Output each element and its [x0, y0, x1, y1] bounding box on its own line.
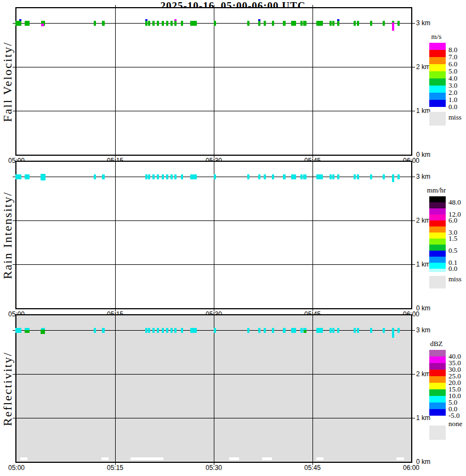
km-tick-label: 1 km [416, 260, 430, 268]
axis-tick [412, 23, 415, 24]
colorbar-cell [429, 263, 446, 269]
colorbar-cell [429, 57, 446, 64]
echo-mark [27, 330, 30, 333]
axis-tick [312, 312, 313, 314]
gridline-vertical [115, 8, 116, 155]
gridline-vertical [312, 315, 313, 462]
chart-canvas: 2025-10-16 05:00-06:00 UTC 3 km2 km1 km0… [0, 0, 466, 476]
echo-mark [383, 21, 385, 26]
echo-mark [337, 174, 339, 179]
colorbar-tick-label: 0.5 [448, 246, 457, 255]
colorbar-cell [429, 208, 446, 214]
axis-tick [412, 330, 415, 331]
echo-mark [392, 329, 394, 338]
echo-mark [264, 328, 266, 333]
echo-mark [258, 21, 260, 26]
echo-mark [357, 174, 359, 179]
km-tick-label: 2 km [416, 63, 430, 71]
colorbar-cell [429, 251, 446, 257]
echo-mark [94, 174, 96, 179]
echo-mark [19, 174, 21, 179]
colorbar-cell [429, 370, 446, 376]
echo-mark [174, 21, 177, 26]
colorbar-cell [429, 239, 446, 245]
echo-mark [316, 328, 323, 333]
echo-mark [283, 328, 286, 333]
colorbar-cell [429, 71, 446, 78]
axis-tick [214, 5, 214, 7]
colorbar-missing-swatch [429, 276, 446, 288]
colorbar-cell [429, 376, 446, 383]
echo-mark [19, 21, 21, 26]
km-tick-label: 1 km [416, 107, 430, 115]
colorbar-cell [429, 356, 446, 363]
echo-mark [171, 21, 173, 26]
colorbar-cell [429, 196, 446, 202]
echo-mark [303, 174, 306, 179]
echo-mark [190, 328, 197, 333]
echo-mark [41, 24, 44, 26]
echo-mark [383, 328, 385, 333]
echo-mark-cap [258, 19, 260, 21]
axis-tick [312, 5, 313, 7]
colorbar-tick-label: 48.0 [448, 198, 461, 207]
colorbar-cell [429, 50, 446, 57]
echo-mark [41, 174, 46, 180]
echo-mark [102, 328, 105, 333]
km-tick-label: 3 km [416, 173, 430, 180]
gridline-vertical [115, 162, 116, 308]
colorbar-cell [429, 350, 446, 356]
km-tick-label: 3 km [416, 326, 430, 334]
colorbar-cell [429, 383, 446, 389]
echo-mark [258, 328, 260, 333]
bottom-gap [20, 457, 27, 460]
axis-tick [412, 264, 415, 265]
colorbar-cell [429, 233, 446, 239]
axis-tick [115, 158, 116, 161]
colorbar-cell [429, 202, 446, 208]
echo-mark [316, 21, 323, 26]
echo-mark [329, 328, 332, 333]
echo-mark [283, 21, 286, 26]
axis-tick [412, 67, 415, 67]
time-tick-label: 05:30 [201, 464, 227, 472]
colorbar-missing-label: miss [448, 113, 462, 122]
echo-mark [337, 21, 339, 26]
gridline-horizontal [16, 374, 411, 375]
bottom-gap [396, 457, 404, 460]
echo-mark [354, 328, 356, 333]
echo-mark [272, 174, 274, 179]
axis-tick [214, 158, 214, 161]
echo-mark [291, 21, 296, 26]
echo-mark [332, 174, 334, 179]
echo-mark [214, 21, 216, 26]
echo-mark [264, 174, 266, 179]
echo-mark [258, 174, 260, 179]
echo-mark-cap [337, 19, 339, 21]
colorbar-cell [429, 64, 446, 71]
axis-tick [115, 312, 116, 314]
echo-mark [247, 174, 249, 179]
echo-mark [316, 174, 323, 179]
echo-mark [329, 21, 332, 26]
colorbar-tick-label: -5.0 [448, 411, 460, 420]
colorbar-tick-label: 0.0 [448, 103, 457, 111]
echo-mark [157, 21, 159, 26]
gridline-vertical [214, 162, 214, 308]
echo-mark [291, 174, 296, 179]
gridline-horizontal [16, 67, 411, 67]
echo-mark [157, 328, 159, 333]
axis-tick [214, 312, 214, 314]
echo-mark [162, 174, 164, 179]
echo-mark [27, 21, 30, 26]
bottom-gap [316, 457, 323, 460]
echo-mark [152, 328, 155, 333]
echo-mark [145, 21, 147, 26]
gridline-horizontal [16, 418, 411, 418]
colorbar-missing-swatch [429, 112, 446, 126]
colorbar-title: dBZ [420, 339, 453, 348]
colorbar-cell [429, 389, 446, 396]
echo-mark [157, 174, 159, 179]
echo-mark [145, 174, 147, 179]
bottom-gap [101, 457, 109, 460]
